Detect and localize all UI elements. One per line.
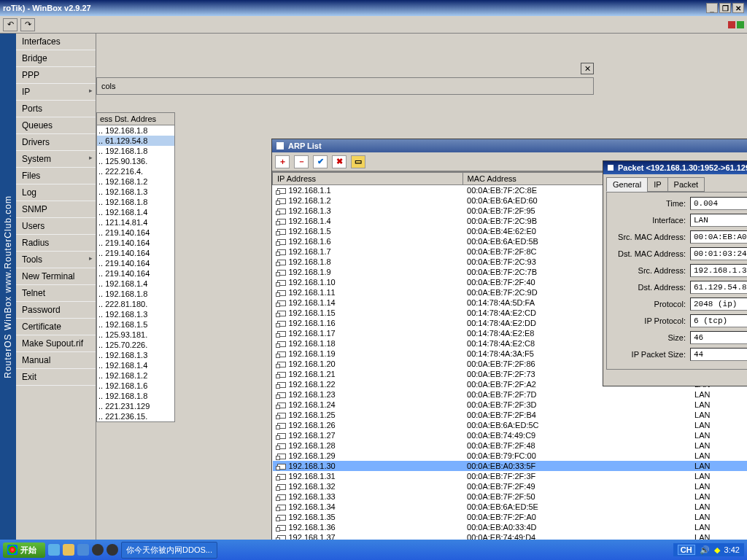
menu-item-drivers[interactable]: Drivers <box>16 134 96 151</box>
menu-item-new-terminal[interactable]: New Terminal <box>16 268 96 285</box>
dst-row[interactable]: .. 192.168.1.2 <box>97 176 174 187</box>
redo-button[interactable]: ↷ <box>20 18 35 31</box>
dst-row[interactable]: .. 125.90.136. <box>97 156 174 166</box>
comment-button[interactable]: ▭ <box>351 155 365 168</box>
dst-row[interactable]: .. 125.93.181. <box>97 330 174 340</box>
packet-tab-general[interactable]: General <box>606 177 648 192</box>
arp-row[interactable]: 192.168.1.2900:0A:EB:79:FC:00LAN <box>273 451 748 461</box>
start-button[interactable]: 开始 <box>3 542 45 558</box>
arp-row[interactable]: 192.168.1.3100:0A:EB:7F:2F:3FLAN <box>273 471 748 481</box>
arp-row[interactable]: 192.168.1.2300:0A:EB:7F:2F:7DLAN <box>273 389 748 400</box>
enable-button[interactable]: ✔ <box>313 155 328 168</box>
arp-row[interactable]: 192.168.1.3600:0A:EB:A0:33:4DLAN <box>273 522 748 532</box>
add-button[interactable]: ＋ <box>275 155 290 168</box>
packet-window-title[interactable]: Packet <192.168.1.30:1952->61.129.54... … <box>603 161 747 174</box>
menu-item-files[interactable]: Files <box>16 168 96 184</box>
dst-row[interactable]: .. 221.236.15. <box>97 411 174 421</box>
menu-item-exit[interactable]: Exit <box>16 369 96 386</box>
undo-button[interactable]: ↶ <box>3 18 18 31</box>
field-label: IP Packet Size: <box>610 350 690 359</box>
language-indicator[interactable]: CH <box>678 545 695 555</box>
arp-row[interactable]: 192.168.1.2800:0A:EB:7F:2F:48LAN <box>273 440 748 451</box>
quicklaunch-ie-icon[interactable] <box>48 544 60 556</box>
menu-item-telnet[interactable]: Telnet <box>16 285 96 302</box>
arp-row[interactable]: 192.168.1.2500:0A:EB:7F:2F:B4LAN <box>273 410 748 420</box>
arp-row[interactable]: 192.168.1.3500:0A:EB:7F:2F:A0LAN <box>273 512 748 522</box>
clock[interactable]: 3:42 <box>724 545 740 554</box>
dst-row[interactable]: .. 192.168.1.8 <box>97 146 174 156</box>
arp-row[interactable]: 192.168.1.3200:0A:EB:7F:2F:49LAN <box>273 481 748 491</box>
dst-row[interactable]: .. 192.168.1.4 <box>97 360 174 370</box>
dst-table-header[interactable]: ess Dst. Addres <box>97 113 174 125</box>
tray-volume-icon[interactable]: 🔊 <box>700 545 710 555</box>
dst-row[interactable]: .. 61.129.54.8 <box>97 136 174 146</box>
arp-row[interactable]: 192.168.1.3400:0A:EB:6A:ED:5ELAN <box>273 502 748 512</box>
menu-item-ppp[interactable]: PPP <box>16 67 96 84</box>
arp-row[interactable]: 192.168.1.3000:0A:EB:A0:33:5FLAN <box>273 461 748 471</box>
menu-item-radius[interactable]: Radius <box>16 235 96 252</box>
menu-item-ip[interactable]: IP▸ <box>16 84 96 101</box>
dst-address-table[interactable]: ess Dst. Addres.. 192.168.1.8.. 61.129.5… <box>96 112 175 422</box>
quicklaunch-explorer-icon[interactable] <box>63 544 74 556</box>
menu-item-interfaces[interactable]: Interfaces <box>16 34 96 50</box>
arp-row[interactable]: 192.168.1.2600:0A:EB:6A:ED:5CLAN <box>273 420 748 430</box>
packet-tab-packet[interactable]: Packet <box>667 177 705 192</box>
taskbar-item[interactable]: 你今天你被内网DDOS... <box>121 542 217 559</box>
dst-row[interactable]: .. 219.140.164 <box>97 268 174 279</box>
minimize-button[interactable]: _ <box>706 3 718 13</box>
packet-field: Size:46 <box>610 331 747 344</box>
dst-row[interactable]: .. 222.81.180. <box>97 299 174 309</box>
packet-field: Dst. MAC Address:00:01:03:24:2B:8D <box>610 247 747 260</box>
dst-row[interactable]: .. 192.168.1.3 <box>97 350 174 360</box>
menu-item-password[interactable]: Password <box>16 302 96 319</box>
dst-row[interactable]: .. 192.168.1.8 <box>97 197 174 207</box>
dst-row[interactable]: .. 192.168.1.3 <box>97 309 174 319</box>
tray-shield-icon[interactable]: ◆ <box>714 545 720 555</box>
dst-row[interactable]: .. 219.140.164 <box>97 258 174 268</box>
quicklaunch-qq-icon[interactable] <box>92 544 104 556</box>
dst-row[interactable]: .. 222.216.4. <box>97 166 174 176</box>
disable-button[interactable]: ✖ <box>332 155 347 168</box>
arp-col-header[interactable]: IP Address <box>273 173 463 185</box>
menu-item-ports[interactable]: Ports <box>16 101 96 117</box>
tab-strip[interactable]: cols <box>96 77 594 95</box>
dst-row[interactable]: .. 219.140.164 <box>97 248 174 258</box>
packet-field: Time:0.004s <box>610 197 747 210</box>
remove-button[interactable]: － <box>294 155 309 168</box>
dst-row[interactable]: .. 192.168.1.8 <box>97 391 174 401</box>
menu-item-manual[interactable]: Manual <box>16 352 96 369</box>
maximize-button[interactable]: ❐ <box>719 3 731 13</box>
dst-row[interactable]: .. 192.168.1.2 <box>97 370 174 381</box>
menu-item-snmp[interactable]: SNMP <box>16 201 96 218</box>
menu-item-log[interactable]: Log <box>16 184 96 201</box>
menu-item-bridge[interactable]: Bridge <box>16 50 96 67</box>
panel-close-button[interactable]: ✕ <box>581 63 594 74</box>
arp-row[interactable]: 192.168.1.2400:0A:EB:7F:2F:3DLAN <box>273 400 748 410</box>
dst-row[interactable]: .. 121.14.81.4 <box>97 217 174 228</box>
menu-item-make-supout-rif[interactable]: Make Supout.rif <box>16 335 96 352</box>
dst-row[interactable]: .. 192.168.1.8 <box>97 289 174 299</box>
arp-row[interactable]: 192.168.1.3300:0A:EB:7F:2F:50LAN <box>273 491 748 502</box>
dst-row[interactable]: .. 221.231.129 <box>97 401 174 411</box>
menu-item-tools[interactable]: Tools▸ <box>16 252 96 268</box>
arp-row[interactable]: 192.168.1.2700:0A:EB:74:49:C9LAN <box>273 430 748 440</box>
dst-row[interactable]: .. 192.168.1.3 <box>97 187 174 197</box>
dst-row[interactable]: .. 125.70.226. <box>97 340 174 350</box>
close-button[interactable]: ✕ <box>732 3 744 13</box>
menu-item-users[interactable]: Users <box>16 218 96 235</box>
dst-row[interactable]: .. 192.168.1.4 <box>97 207 174 217</box>
dst-row[interactable]: .. 192.168.1.6 <box>97 381 174 391</box>
arp-window-title[interactable]: ARP List <box>272 139 747 152</box>
quicklaunch-qq-icon[interactable] <box>107 544 118 556</box>
menu-item-queues[interactable]: Queues <box>16 117 96 134</box>
dst-row[interactable]: .. 192.168.1.8 <box>97 125 174 136</box>
menu-item-certificate[interactable]: Certificate <box>16 319 96 335</box>
quicklaunch-app-icon[interactable] <box>77 544 89 556</box>
dst-row[interactable]: .. 219.140.164 <box>97 228 174 238</box>
tab-cols[interactable]: cols <box>101 82 116 90</box>
packet-tab-ip[interactable]: IP <box>647 177 667 192</box>
dst-row[interactable]: .. 219.140.164 <box>97 238 174 248</box>
menu-item-system[interactable]: System▸ <box>16 151 96 168</box>
dst-row[interactable]: .. 192.168.1.4 <box>97 279 174 289</box>
dst-row[interactable]: .. 192.168.1.5 <box>97 319 174 330</box>
